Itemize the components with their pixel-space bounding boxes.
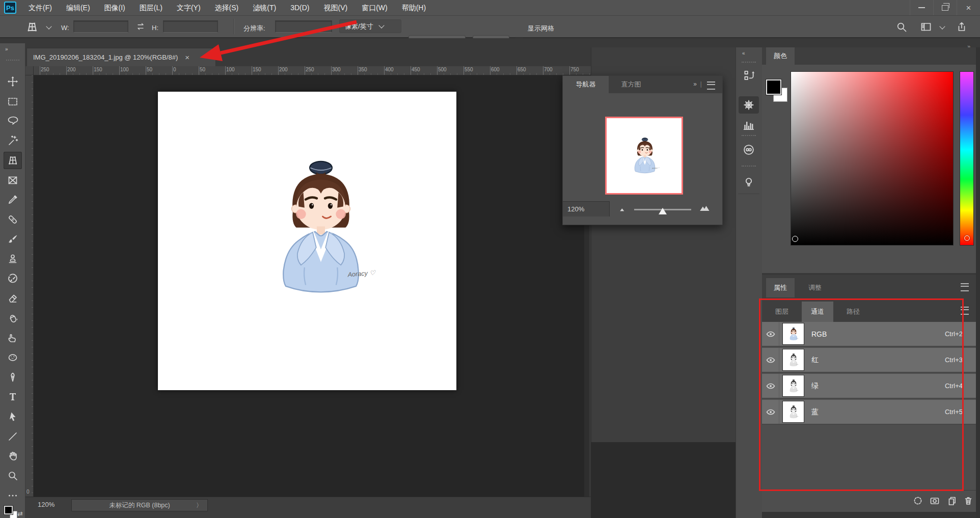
hue-marker[interactable]: [964, 235, 970, 241]
visibility-eye-icon[interactable]: [762, 374, 779, 398]
workspace-panel-icon[interactable]: [920, 21, 932, 33]
tool-pen[interactable]: [4, 369, 22, 386]
tab-通道[interactable]: 通道: [802, 302, 833, 322]
lightbulb-icon[interactable]: [742, 176, 755, 189]
menu-图层L[interactable]: 图层(L): [132, 0, 170, 15]
photoshop-logo-icon[interactable]: Ps: [4, 2, 16, 14]
tool-more-tools[interactable]: [4, 487, 22, 504]
strip-grip[interactable]: [742, 135, 756, 136]
navigator-zoom-field[interactable]: 120%: [563, 201, 610, 216]
menu-滤镜T[interactable]: 滤镜(T): [246, 0, 283, 15]
navigator-menu-icon[interactable]: [707, 81, 715, 90]
tool-spot-healing[interactable]: [4, 211, 22, 228]
tab-color[interactable]: 颜色: [766, 47, 795, 65]
histogram-icon[interactable]: [742, 119, 755, 132]
tab-adjustments[interactable]: 调整: [801, 278, 829, 297]
tool-hand[interactable]: [4, 447, 22, 465]
width-input[interactable]: [73, 20, 128, 33]
menu-文字Y[interactable]: 文字(Y): [170, 0, 208, 15]
tab-close-icon[interactable]: ×: [185, 53, 189, 62]
status-chevron-icon[interactable]: 〉: [196, 501, 202, 510]
canvas-pasteboard[interactable]: [34, 75, 584, 497]
tool-zoom[interactable]: [4, 467, 22, 484]
zoom-out-icon[interactable]: [619, 204, 628, 213]
search-icon[interactable]: [895, 21, 908, 33]
tool-preset-chevron-icon[interactable]: [46, 23, 51, 29]
tool-clone-stamp[interactable]: [4, 250, 22, 267]
save-as-channel-icon[interactable]: [930, 496, 940, 506]
workspace-chevron-icon[interactable]: [939, 23, 945, 29]
horizontal-ruler[interactable]: 2502001501005005010015020025030035040045…: [34, 66, 591, 75]
tool-rectangular-marquee[interactable]: [4, 93, 22, 110]
load-selection-icon[interactable]: [913, 496, 923, 506]
menu-选择S[interactable]: 选择(S): [208, 0, 246, 15]
tool-magic-wand[interactable]: [4, 132, 22, 149]
ruler-origin-corner[interactable]: [25, 66, 34, 75]
properties-menu-icon[interactable]: [961, 283, 969, 291]
toolbar-expand-icon[interactable]: »: [0, 43, 25, 56]
channel-row-蓝[interactable]: 蓝Ctrl+5: [762, 400, 976, 425]
restore-button[interactable]: [933, 0, 957, 15]
tool-line[interactable]: [4, 428, 22, 445]
history-icon[interactable]: [742, 69, 755, 82]
tool-move[interactable]: [4, 73, 22, 90]
menu-视图V[interactable]: 视图(V): [316, 0, 355, 15]
tool-slice[interactable]: [4, 172, 22, 189]
document-tab[interactable]: IMG_20190206_183204_1.jpg @ 120%(RGB/8#)…: [26, 48, 216, 66]
tool-history-brush[interactable]: [4, 270, 22, 287]
delete-channel-icon[interactable]: [963, 496, 973, 506]
zoom-in-icon[interactable]: [699, 202, 711, 213]
strip-grip[interactable]: [742, 166, 756, 167]
tool-eraser[interactable]: [4, 290, 22, 307]
menu-3DD[interactable]: 3D(D): [283, 0, 316, 15]
tab-路径[interactable]: 路径: [837, 302, 869, 322]
tool-perspective-crop[interactable]: [4, 152, 22, 169]
toolbar-grip[interactable]: [6, 60, 19, 61]
navigator-wheel-icon[interactable]: [739, 96, 759, 114]
menu-窗口W[interactable]: 窗口(W): [355, 0, 395, 15]
menu-图像I[interactable]: 图像(I): [97, 0, 132, 15]
tab-navigator[interactable]: 导航器: [563, 76, 609, 93]
tool-brush[interactable]: [4, 231, 22, 248]
resolution-unit-select[interactable]: 像素/英寸: [339, 19, 401, 33]
close-button[interactable]: ×: [957, 0, 980, 15]
creative-cloud-icon[interactable]: [742, 143, 755, 156]
share-icon[interactable]: [956, 21, 968, 33]
channel-row-绿[interactable]: 绿Ctrl+4: [762, 374, 976, 399]
menu-帮助H[interactable]: 帮助(H): [395, 0, 433, 15]
panel-collapse-icon[interactable]: »: [693, 80, 697, 88]
foreground-color-swatch[interactable]: [766, 79, 781, 95]
status-zoom-level[interactable]: 120%: [38, 501, 55, 508]
perspective-crop-tool-icon[interactable]: [25, 20, 39, 34]
color-picker-marker[interactable]: [792, 236, 798, 242]
menu-编辑E[interactable]: 编辑(E): [59, 0, 97, 15]
menu-文件F[interactable]: 文件(F): [21, 0, 59, 15]
tool-path-selection[interactable]: [4, 408, 22, 425]
channels-menu-icon[interactable]: [961, 307, 969, 315]
visibility-eye-icon[interactable]: [762, 322, 779, 346]
tab-properties[interactable]: 属性: [766, 278, 795, 297]
swap-dimensions-icon[interactable]: [135, 21, 146, 32]
strip-grip[interactable]: [742, 62, 756, 63]
foreground-color-swatch[interactable]: [4, 506, 13, 514]
hue-slider[interactable]: [960, 71, 974, 246]
vertical-ruler[interactable]: 0: [25, 75, 34, 497]
height-input[interactable]: [163, 20, 218, 33]
document-canvas[interactable]: [158, 92, 456, 390]
tab-histogram[interactable]: 直方图: [612, 76, 650, 93]
visibility-eye-icon[interactable]: [762, 348, 779, 372]
tool-smudge[interactable]: [4, 329, 22, 346]
tool-paint-bucket[interactable]: [4, 309, 22, 326]
foreground-background-swatches[interactable]: ⇄: [4, 506, 21, 518]
tool-lasso[interactable]: [4, 112, 22, 129]
visibility-eye-icon[interactable]: [762, 400, 779, 424]
resolution-input[interactable]: [275, 20, 332, 33]
minimize-button[interactable]: [910, 0, 933, 15]
document-info-box[interactable]: 未标记的 RGB (8bpc) 〉: [71, 499, 208, 511]
new-channel-icon[interactable]: [946, 496, 957, 506]
tool-type[interactable]: [4, 388, 22, 405]
channel-row-红[interactable]: 红Ctrl+3: [762, 348, 976, 373]
tab-图层[interactable]: 图层: [766, 302, 798, 322]
tool-sponge[interactable]: [4, 349, 22, 366]
saturation-brightness-field[interactable]: [791, 71, 954, 246]
